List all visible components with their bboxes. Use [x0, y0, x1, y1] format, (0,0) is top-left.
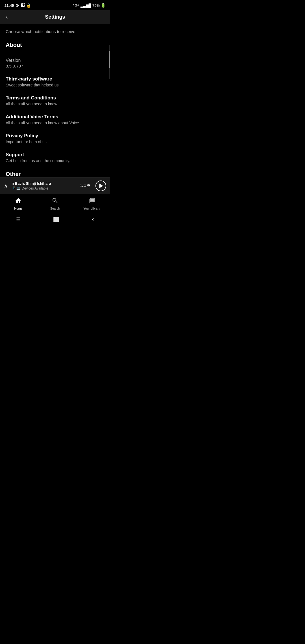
status-right: 4G+ ▂▄▆█ 75% 🔋: [73, 3, 106, 8]
support-item[interactable]: Support Get help from us and the communi…: [6, 148, 104, 167]
third-party-subtitle: Sweet software that helped us: [6, 83, 104, 87]
battery-percent: 75%: [92, 3, 100, 8]
nav-search-label: Search: [50, 207, 60, 210]
voice-terms-item[interactable]: Additional Voice Terms All the stuff you…: [6, 110, 104, 129]
nav-home-label: Home: [14, 207, 22, 210]
status-left: 21:45 ⊙ 🖼 🔒: [5, 3, 31, 8]
third-party-title: Third-party software: [6, 76, 104, 82]
terms-item[interactable]: Terms and Conditions All the stuff you n…: [6, 91, 104, 110]
status-bar: 21:45 ⊙ 🖼 🔒 4G+ ▂▄▆█ 75% 🔋: [0, 0, 110, 10]
version-label: Version: [6, 58, 104, 63]
nav-library-label: Your Library: [84, 207, 100, 210]
page-title: Settings: [6, 14, 104, 20]
privacy-title: Privacy Policy: [6, 133, 104, 139]
privacy-item[interactable]: Privacy Policy Important for both of us.: [6, 129, 104, 148]
play-button[interactable]: [95, 180, 106, 191]
android-home-btn[interactable]: ⬜: [53, 216, 59, 223]
lock-icon: 🔒: [26, 3, 31, 8]
nav-library[interactable]: Your Library: [73, 197, 110, 210]
support-title: Support: [6, 152, 104, 158]
terms-title: Terms and Conditions: [6, 95, 104, 101]
version-item: Version 8.5.9.737: [6, 54, 104, 72]
mini-player[interactable]: ∧ n Bach, Shinji Ishihara 📱💻 Devices Ava…: [0, 177, 110, 194]
nav-search[interactable]: Search: [37, 197, 73, 210]
status-time: 21:45: [5, 3, 14, 8]
library-icon: [88, 197, 95, 206]
gallery-icon: 🖼: [21, 3, 25, 8]
network-type: 4G+: [73, 3, 79, 7]
mini-player-track: 1.コラ: [80, 183, 90, 188]
notification-hint: Choose which notifications to receive.: [6, 24, 104, 42]
android-back-btn[interactable]: ‹: [92, 216, 94, 223]
support-subtitle: Get help from us and the community.: [6, 158, 104, 163]
android-menu-btn[interactable]: ☰: [16, 216, 21, 223]
settings-content: Choose which notifications to receive. A…: [0, 24, 110, 177]
settings-header: ‹ Settings: [0, 10, 110, 24]
nav-home[interactable]: Home: [0, 197, 37, 210]
voice-terms-title: Additional Voice Terms: [6, 114, 104, 120]
android-nav: ☰ ⬜ ‹: [0, 212, 110, 226]
back-button[interactable]: ‹: [6, 14, 8, 21]
mini-player-chevron[interactable]: ∧: [4, 183, 8, 189]
third-party-item[interactable]: Third-party software Sweet software that…: [6, 72, 104, 91]
play-icon: [99, 184, 103, 188]
other-heading: Other: [6, 167, 104, 177]
mini-player-info: n Bach, Shinji Ishihara 📱💻 Devices Avail…: [12, 181, 77, 190]
battery-icon: 🔋: [101, 3, 106, 8]
privacy-subtitle: Important for both of us.: [6, 140, 104, 144]
voice-terms-subtitle: All the stuff you need to know about Voi…: [6, 121, 104, 125]
about-section: About Version 8.5.9.737 Third-party soft…: [6, 42, 104, 167]
home-icon: [15, 197, 22, 206]
bottom-nav: Home Search Your Library: [0, 194, 110, 212]
device-label: Devices Available: [22, 186, 48, 190]
search-icon: [52, 197, 58, 206]
version-number: 8.5.9.737: [6, 64, 104, 68]
terms-subtitle: All the stuff you need to know.: [6, 102, 104, 106]
about-heading: About: [6, 42, 104, 48]
mini-player-device: 📱💻 Devices Available: [12, 186, 77, 190]
mini-player-title: n Bach, Shinji Ishihara: [12, 181, 77, 186]
spotify-icon: ⊙: [16, 3, 19, 8]
signal-icon: ▂▄▆█: [80, 3, 91, 8]
device-icon: 📱💻: [12, 186, 21, 190]
